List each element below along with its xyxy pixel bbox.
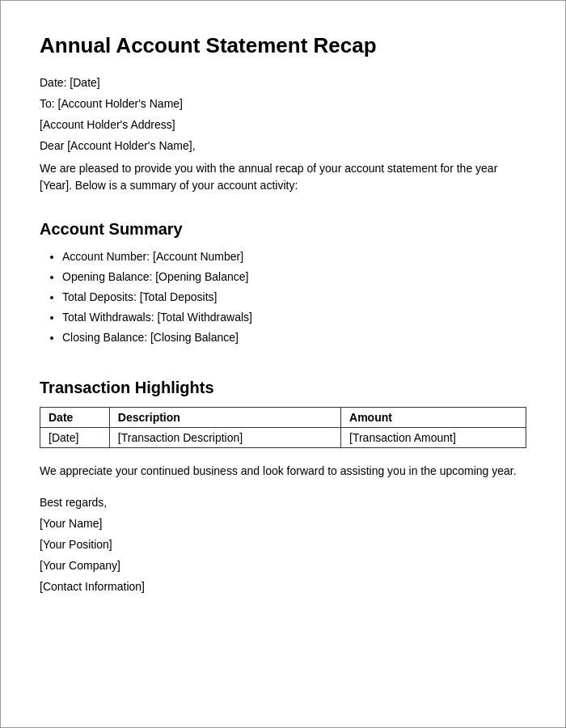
transaction-table: Date Description Amount [Date] [Transact… bbox=[40, 407, 526, 448]
intro-text: We are pleased to provide you with the a… bbox=[40, 160, 526, 194]
to-field: To: [Account Holder's Name] bbox=[40, 97, 526, 110]
col-header-description: Description bbox=[109, 408, 340, 428]
list-item: Total Deposits: [Total Deposits] bbox=[62, 289, 526, 306]
table-cell-description: [Transaction Description] bbox=[109, 428, 340, 448]
document-container: Annual Account Statement Recap Date: [Da… bbox=[0, 0, 566, 728]
list-item: Account Number: [Account Number] bbox=[62, 248, 526, 265]
transaction-highlights-title: Transaction Highlights bbox=[40, 379, 526, 397]
contact-info: [Contact Information] bbox=[40, 580, 526, 593]
table-cell-amount: [Transaction Amount] bbox=[341, 428, 526, 448]
regards-line: Best regards, bbox=[40, 496, 526, 509]
list-item: Closing Balance: [Closing Balance] bbox=[62, 329, 526, 346]
table-row: [Date] [Transaction Description] [Transa… bbox=[40, 428, 526, 448]
table-header-row: Date Description Amount bbox=[40, 408, 526, 428]
table-cell-date: [Date] bbox=[40, 428, 110, 448]
col-header-amount: Amount bbox=[341, 408, 526, 428]
col-header-date: Date bbox=[40, 408, 110, 428]
your-position: [Your Position] bbox=[40, 538, 526, 551]
dear-field: Dear [Account Holder's Name], bbox=[40, 139, 526, 152]
account-summary-list: Account Number: [Account Number] Opening… bbox=[40, 248, 526, 349]
closing-text: We appreciate your continued business an… bbox=[40, 463, 526, 480]
signature-block: Best regards, [Your Name] [Your Position… bbox=[40, 496, 526, 601]
date-field: Date: [Date] bbox=[40, 76, 526, 89]
list-item: Opening Balance: [Opening Balance] bbox=[62, 269, 526, 286]
list-item: Total Withdrawals: [Total Withdrawals] bbox=[62, 309, 526, 326]
address-field: [Account Holder's Address] bbox=[40, 118, 526, 131]
document-title: Annual Account Statement Recap bbox=[40, 33, 526, 58]
your-company: [Your Company] bbox=[40, 559, 526, 572]
your-name: [Your Name] bbox=[40, 517, 526, 530]
account-summary-title: Account Summary bbox=[40, 220, 526, 239]
